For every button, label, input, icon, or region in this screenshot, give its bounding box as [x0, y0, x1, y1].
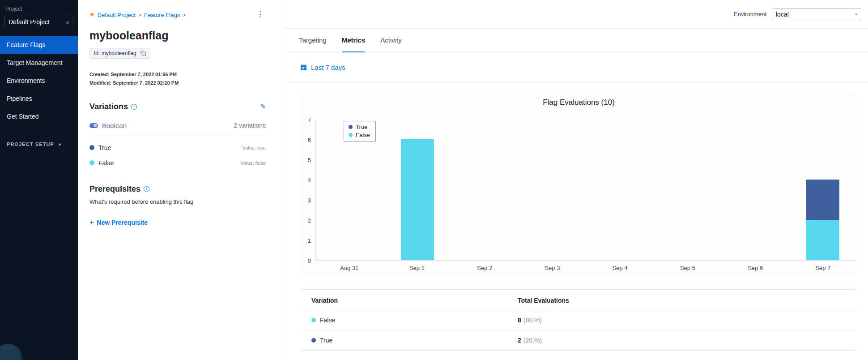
- info-icon[interactable]: i: [144, 186, 149, 192]
- environment-value: local: [776, 11, 789, 18]
- prerequisites-description: What's required before enabling this fla…: [89, 198, 266, 205]
- new-prerequisite-button[interactable]: + New Prerequisite: [89, 219, 148, 227]
- prerequisites-title: Prerequisites: [89, 184, 140, 194]
- table-row-false: False8(80.%): [301, 310, 857, 330]
- flag-detail-panel: ⚑ Default Project > Feature Flags > ⋮ my…: [78, 0, 284, 360]
- project-selector[interactable]: Default Project »: [4, 16, 73, 28]
- sidebar-item-get-started[interactable]: Get Started: [0, 107, 78, 125]
- legend-color-dot: [349, 125, 353, 129]
- chart-x-axis: Aug 31Sep 1Sep 2Sep 3Sep 4Sep 5Sep 6Sep …: [315, 261, 857, 275]
- new-prerequisite-label: New Prerequisite: [97, 219, 148, 226]
- table-variation-name: True: [320, 337, 332, 344]
- prerequisites-section-head: Prerequisites i: [89, 184, 266, 194]
- variation-value: Value: true: [243, 145, 266, 150]
- environment-select[interactable]: local ▾: [772, 8, 861, 20]
- flag-meta: Created: September 7, 2022 01:56 PM Modi…: [89, 70, 284, 88]
- flag-created: Created: September 7, 2022 01:56 PM: [89, 70, 284, 79]
- y-tick-label: 2: [308, 217, 311, 224]
- evaluations-table: Variation Total Evaluations False8(80.%)…: [301, 289, 857, 351]
- table-variation-name: False: [320, 317, 335, 324]
- bar-true-sep-7: [806, 180, 839, 220]
- sidebar-item-environments[interactable]: Environments: [0, 72, 78, 90]
- tab-bar: TargetingMetricsActivity: [284, 29, 868, 52]
- tab-activity[interactable]: Activity: [380, 29, 402, 52]
- variation-name: False: [98, 159, 114, 167]
- bar-false-sep-7: [806, 220, 839, 260]
- chevron-down-icon: ▾: [59, 142, 61, 147]
- info-icon[interactable]: i: [131, 104, 137, 110]
- flag-id-text: Id: mybooleanflag: [94, 50, 136, 56]
- variation-color-dot: [89, 145, 94, 150]
- flag-name: mybooleanflag: [89, 29, 284, 42]
- calendar-icon: [300, 64, 307, 71]
- col-variation: Variation: [301, 297, 518, 304]
- legend-label: True: [356, 124, 367, 130]
- edit-variations-icon[interactable]: ✎: [260, 103, 266, 111]
- flag-id-chip: Id: mybooleanflag: [89, 48, 150, 59]
- y-tick-label: 0: [308, 257, 311, 264]
- project-setup-toggle[interactable]: PROJECT SETUP ▾: [0, 136, 78, 152]
- variation-color-dot: [311, 318, 316, 322]
- sidebar-item-target-management[interactable]: Target Management: [0, 54, 78, 72]
- table-row-true: True2(20.%): [301, 330, 857, 351]
- variation-value: Value: false: [240, 160, 266, 166]
- y-tick-label: 7: [308, 116, 311, 123]
- main-content: Environment local ▾ TargetingMetricsActi…: [284, 0, 868, 360]
- project-selector-value: Default Project: [9, 18, 50, 26]
- y-tick-label: 4: [308, 177, 311, 184]
- copy-icon[interactable]: [140, 51, 146, 56]
- tab-metrics[interactable]: Metrics: [342, 29, 366, 52]
- legend-entry-false: False: [349, 132, 370, 138]
- x-tick-label: Sep 6: [748, 265, 763, 271]
- y-tick-label: 3: [308, 197, 311, 204]
- project-label: Project: [0, 0, 78, 15]
- project-setup-label: PROJECT SETUP: [7, 141, 54, 147]
- expand-project-icon: »: [66, 19, 69, 26]
- variation-color-dot: [311, 338, 316, 343]
- boolean-type-icon: [89, 123, 98, 128]
- date-range-picker[interactable]: Last 7 days: [300, 64, 345, 71]
- total-evaluations-value: 8: [518, 317, 521, 324]
- tab-targeting[interactable]: Targeting: [299, 29, 327, 52]
- x-tick-label: Sep 2: [477, 265, 492, 271]
- date-range-label: Last 7 days: [311, 64, 345, 71]
- variation-row-true: TrueValue: true: [89, 136, 266, 151]
- x-tick-label: Sep 7: [815, 265, 830, 271]
- flag-evaluations-chart: Flag Evaluations (10) 01234567 TrueFalse…: [301, 93, 857, 275]
- y-tick-label: 5: [308, 157, 311, 163]
- y-tick-label: 6: [308, 137, 311, 143]
- variation-type-row: Boolean 2 variations: [89, 122, 266, 136]
- chart-title: Flag Evaluations (10): [301, 98, 857, 107]
- variations-section-head: Variations i ✎: [89, 102, 266, 111]
- sidebar-item-pipelines[interactable]: Pipelines: [0, 90, 78, 107]
- sidebar-nav: Feature FlagsTarget ManagementEnvironmen…: [0, 36, 78, 125]
- variation-list: TrueValue: trueFalseValue: false: [78, 136, 284, 167]
- variation-type: Boolean: [102, 122, 127, 129]
- bar-false-sep-1: [401, 139, 434, 260]
- breadcrumb-section-link[interactable]: Feature Flags: [144, 12, 180, 18]
- flag-menu-button[interactable]: ⋮: [256, 10, 264, 18]
- x-tick-label: Sep 1: [409, 265, 425, 271]
- total-evaluations-percent: (80.%): [523, 317, 542, 324]
- breadcrumb-project-link[interactable]: Default Project: [98, 12, 136, 18]
- harness-logo: [0, 344, 22, 360]
- sidebar-item-feature-flags[interactable]: Feature Flags: [0, 36, 78, 54]
- environment-label: Environment: [734, 11, 766, 17]
- variation-row-false: FalseValue: false: [89, 151, 266, 167]
- y-tick-label: 1: [308, 237, 311, 244]
- x-tick-label: Aug 31: [340, 265, 358, 271]
- breadcrumb: ⚑ Default Project > Feature Flags >: [78, 0, 284, 18]
- feature-flags-module-icon: ⚑: [89, 12, 95, 18]
- variation-color-dot: [89, 160, 94, 165]
- variation-name: True: [98, 144, 111, 151]
- chart-plot: TrueFalse: [315, 120, 857, 261]
- col-total-evaluations: Total Evaluations: [518, 297, 857, 304]
- metrics-table-body: False8(80.%)True2(20.%): [301, 310, 857, 351]
- table-header: Variation Total Evaluations: [301, 290, 857, 310]
- environment-bar: Environment local ▾: [284, 0, 868, 29]
- total-evaluations-value: 2: [518, 337, 521, 344]
- legend-entry-true: True: [349, 124, 370, 130]
- variations-title: Variations: [89, 102, 128, 111]
- variation-count: 2 variations: [234, 122, 266, 129]
- breadcrumb-separator: >: [183, 12, 186, 18]
